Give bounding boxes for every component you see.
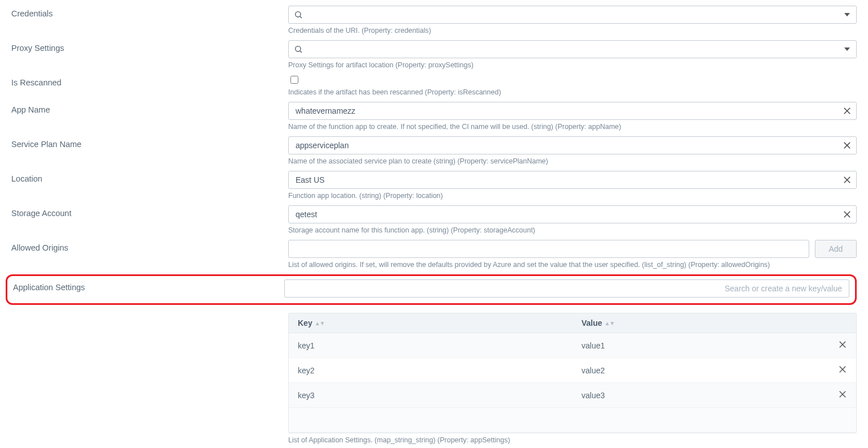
help-is-rescanned: Indicates if the artifact has been resca…	[288, 88, 857, 96]
table-row: key2value2	[289, 358, 856, 383]
row-app-name: App Name Name of the function app to cre…	[11, 102, 857, 131]
label-credentials: Credentials	[11, 6, 288, 18]
table-body: key1value1key2value2key3value3	[289, 333, 856, 433]
clear-icon[interactable]	[842, 175, 852, 185]
proxy-settings-select[interactable]	[288, 40, 857, 58]
row-storage-account: Storage Account Storage account name for…	[11, 205, 857, 234]
column-value[interactable]: Value ▲▼	[572, 313, 829, 333]
clear-icon[interactable]	[842, 106, 852, 116]
row-application-settings: Application Settings	[7, 279, 849, 298]
app-settings-table: Key ▲▼ Value ▲▼ key1value1key2value2key3…	[288, 313, 857, 433]
cell-key: key1	[289, 335, 572, 356]
service-plan-name-input[interactable]	[288, 136, 857, 154]
help-service-plan-name: Name of the associated service plan to c…	[288, 157, 857, 165]
clear-icon[interactable]	[842, 140, 852, 150]
app-name-input[interactable]	[288, 102, 857, 120]
column-key[interactable]: Key ▲▼	[289, 313, 572, 333]
help-proxy-settings: Proxy Settings for artifact location (Pr…	[288, 61, 857, 69]
add-button[interactable]: Add	[815, 240, 857, 258]
app-settings-search-input[interactable]	[284, 279, 849, 298]
table-row: key3value3	[289, 383, 856, 408]
label-storage-account: Storage Account	[11, 205, 288, 218]
table-header: Key ▲▼ Value ▲▼	[289, 313, 856, 333]
label-service-plan-name: Service Plan Name	[11, 136, 288, 149]
storage-account-input[interactable]	[288, 205, 857, 223]
label-location: Location	[11, 171, 288, 183]
delete-row-icon[interactable]	[837, 364, 848, 374]
help-storage-account: Storage account name for this function a…	[288, 226, 857, 234]
cell-value: value2	[572, 360, 829, 381]
label-proxy-settings: Proxy Settings	[11, 40, 288, 53]
is-rescanned-checkbox[interactable]	[290, 76, 298, 84]
location-input[interactable]	[288, 171, 857, 189]
sort-icon: ▲▼	[605, 320, 615, 326]
allowed-origins-input[interactable]	[288, 240, 809, 258]
row-allowed-origins: Allowed Origins Add List of allowed orig…	[11, 240, 857, 269]
row-service-plan-name: Service Plan Name Name of the associated…	[11, 136, 857, 165]
help-app-name: Name of the function app to create. If n…	[288, 123, 857, 131]
credentials-select[interactable]	[288, 6, 857, 24]
row-app-settings-table: Key ▲▼ Value ▲▼ key1value1key2value2key3…	[11, 308, 857, 444]
help-credentials: Credentials of the URI. (Property: crede…	[288, 27, 857, 35]
cell-key: key2	[289, 360, 572, 381]
row-location: Location Function app location. (string)…	[11, 171, 857, 200]
row-credentials: Credentials Credentials of the URI. (Pro…	[11, 6, 857, 35]
help-app-settings: List of Application Settings. (map_strin…	[288, 436, 857, 444]
application-settings-highlight: Application Settings	[6, 274, 857, 305]
label-application-settings: Application Settings	[7, 279, 284, 292]
delete-row-icon[interactable]	[837, 389, 848, 399]
help-allowed-origins: List of allowed origins. If set, will re…	[288, 261, 857, 269]
label-is-rescanned: Is Rescanned	[11, 75, 288, 87]
table-row-empty	[289, 408, 856, 433]
clear-icon[interactable]	[842, 209, 852, 219]
label-app-name: App Name	[11, 102, 288, 114]
help-location: Function app location. (string) (Propert…	[288, 192, 857, 200]
cell-value: value1	[572, 335, 829, 356]
table-row: key1value1	[289, 333, 856, 358]
cell-key: key3	[289, 385, 572, 406]
row-proxy-settings: Proxy Settings Proxy Settings for artifa…	[11, 40, 857, 69]
delete-row-icon[interactable]	[837, 339, 848, 350]
label-allowed-origins: Allowed Origins	[11, 240, 288, 252]
cell-value: value3	[572, 385, 829, 406]
sort-icon: ▲▼	[315, 320, 325, 326]
row-is-rescanned: Is Rescanned Indicates if the artifact h…	[11, 75, 857, 96]
